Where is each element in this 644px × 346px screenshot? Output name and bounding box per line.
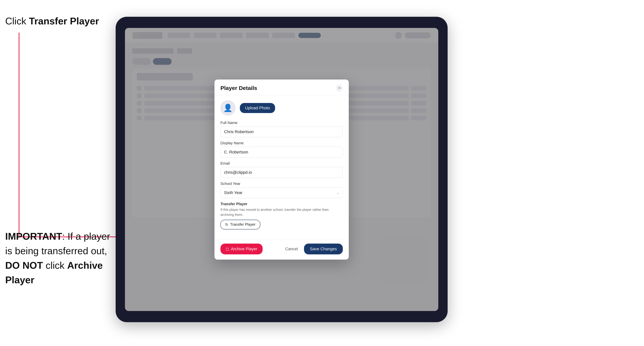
transfer-player-button-label: Transfer Player [230,222,256,227]
modal-close-button[interactable]: × [336,85,343,91]
instruction-top: Click Transfer Player [5,15,99,27]
avatar-section: 👤 Upload Photo [220,101,343,115]
tablet-device: Player Details × 👤 Upload Photo Full Nam [116,17,448,322]
transfer-player-section: Transfer Player If this player has moved… [220,202,343,229]
modal-footer: ◻ Archive Player Cancel Save Changes [214,240,349,260]
display-name-input[interactable] [220,147,343,158]
transfer-player-button[interactable]: ↻ Transfer Player [220,220,260,229]
transfer-icon: ↻ [225,222,228,227]
email-input[interactable] [220,167,343,178]
modal-title: Player Details [220,85,257,91]
school-year-select[interactable]: Sixth Year First Year Second Year Third … [220,187,343,198]
instruction-do-not-bold: DO NOT [5,260,43,271]
save-changes-button[interactable]: Save Changes [304,244,343,254]
archive-player-button[interactable]: ◻ Archive Player [220,244,262,254]
tablet-screen: Player Details × 👤 Upload Photo Full Nam [125,28,438,311]
transfer-section-description: If this player has moved to another scho… [220,207,343,217]
school-year-select-wrapper: Sixth Year First Year Second Year Third … [220,187,343,198]
user-icon: 👤 [223,104,232,112]
display-name-label: Display Name [220,141,343,145]
instruction-top-bold: Transfer Player [29,16,99,26]
email-group: Email [220,161,343,178]
full-name-group: Full Name [220,121,343,137]
email-label: Email [220,161,343,166]
full-name-input[interactable] [220,127,343,137]
school-year-label: School Year [220,181,343,186]
archive-player-label: Archive Player [231,247,258,251]
display-name-group: Display Name [220,141,343,158]
avatar: 👤 [220,101,235,115]
modal-header: Player Details × [214,80,349,95]
transfer-section-title: Transfer Player [220,202,343,206]
instruction-top-text: Click [5,16,29,26]
modal-body: 👤 Upload Photo Full Name Display Name [214,95,349,240]
arrow-vertical-line [19,33,20,237]
upload-photo-button[interactable]: Upload Photo [240,103,275,113]
full-name-label: Full Name [220,121,343,125]
footer-right-actions: Cancel Save Changes [281,244,343,254]
instruction-important-bold: IMPORTANT [5,231,62,242]
cancel-button[interactable]: Cancel [281,244,302,254]
instruction-bottom: IMPORTANT: If a player is being transfer… [5,229,114,287]
school-year-group: School Year Sixth Year First Year Second… [220,181,343,198]
player-details-modal: Player Details × 👤 Upload Photo Full Nam [214,80,349,260]
modal-overlay: Player Details × 👤 Upload Photo Full Nam [125,28,438,311]
archive-icon: ◻ [226,247,229,251]
instruction-rest2: click [43,260,67,271]
